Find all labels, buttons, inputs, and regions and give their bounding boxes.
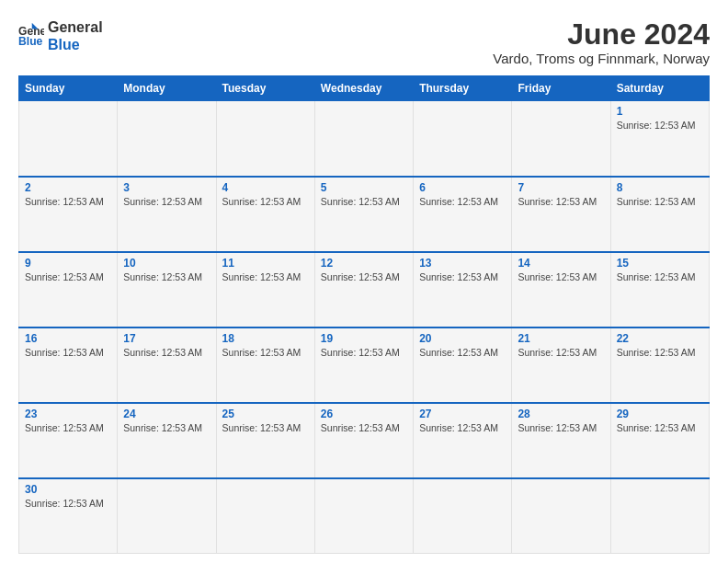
sunrise-text: Sunrise: 12:53 AM [321, 196, 400, 207]
day-number: 29 [617, 408, 703, 420]
day-number: 14 [518, 257, 604, 270]
calendar-cell [216, 478, 314, 554]
calendar-cell: 9Sunrise: 12:53 AM [19, 252, 118, 327]
calendar-cell [19, 101, 118, 177]
sunrise-text: Sunrise: 12:53 AM [321, 422, 400, 433]
calendar-cell [118, 101, 216, 177]
sunrise-text: Sunrise: 12:53 AM [617, 120, 696, 131]
calendar-cell: 13Sunrise: 12:53 AM [414, 252, 512, 327]
sunrise-text: Sunrise: 12:53 AM [123, 196, 202, 207]
calendar-cell [118, 478, 216, 554]
calendar-cell [512, 101, 610, 177]
day-number: 21 [518, 332, 604, 345]
calendar-cell: 24Sunrise: 12:53 AM [118, 403, 216, 478]
calendar-page: General Blue General Blue June 2024 Vard… [0, 0, 728, 563]
calendar-cell: 17Sunrise: 12:53 AM [118, 327, 216, 403]
day-number: 10 [123, 257, 210, 270]
calendar-cell: 1Sunrise: 12:53 AM [610, 101, 709, 177]
day-number: 23 [25, 408, 111, 420]
day-number: 26 [321, 408, 407, 420]
calendar-cell: 29Sunrise: 12:53 AM [610, 403, 709, 478]
calendar-cell: 25Sunrise: 12:53 AM [216, 403, 314, 478]
sunrise-text: Sunrise: 12:53 AM [518, 347, 597, 358]
calendar-cell: 26Sunrise: 12:53 AM [314, 403, 413, 478]
sunrise-text: Sunrise: 12:53 AM [518, 271, 597, 282]
day-number: 28 [518, 408, 604, 420]
calendar-cell: 10Sunrise: 12:53 AM [118, 252, 216, 327]
sunrise-text: Sunrise: 12:53 AM [25, 347, 104, 358]
day-number: 12 [321, 257, 407, 270]
calendar-week-row: 16Sunrise: 12:53 AM17Sunrise: 12:53 AM18… [19, 327, 710, 403]
sunrise-text: Sunrise: 12:53 AM [123, 347, 202, 358]
sunrise-text: Sunrise: 12:53 AM [419, 196, 498, 207]
day-number: 18 [222, 332, 309, 345]
header-tuesday: Tuesday [216, 76, 314, 101]
calendar-cell: 20Sunrise: 12:53 AM [414, 327, 512, 403]
calendar-cell: 28Sunrise: 12:53 AM [512, 403, 610, 478]
header-thursday: Thursday [414, 76, 512, 101]
calendar-cell: 16Sunrise: 12:53 AM [19, 327, 118, 403]
calendar-cell: 5Sunrise: 12:53 AM [314, 177, 413, 252]
title-block: June 2024 Vardo, Troms og Finnmark, Norw… [493, 18, 710, 66]
calendar-cell: 11Sunrise: 12:53 AM [216, 252, 314, 327]
logo-general: General [48, 18, 103, 36]
calendar-cell [414, 101, 512, 177]
day-number: 24 [123, 408, 210, 420]
sunrise-text: Sunrise: 12:53 AM [419, 422, 498, 433]
sunrise-text: Sunrise: 12:53 AM [222, 196, 301, 207]
calendar-cell: 14Sunrise: 12:53 AM [512, 252, 610, 327]
sunrise-text: Sunrise: 12:53 AM [123, 422, 202, 433]
calendar-cell [512, 478, 610, 554]
calendar-week-row: 23Sunrise: 12:53 AM24Sunrise: 12:53 AM25… [19, 403, 710, 478]
header-friday: Friday [512, 76, 610, 101]
day-number: 25 [222, 408, 309, 420]
day-number: 22 [617, 332, 703, 345]
calendar-cell: 7Sunrise: 12:53 AM [512, 177, 610, 252]
sunrise-text: Sunrise: 12:53 AM [518, 422, 597, 433]
calendar-cell [414, 478, 512, 554]
header-wednesday: Wednesday [314, 76, 413, 101]
calendar-cell: 23Sunrise: 12:53 AM [19, 403, 118, 478]
sunrise-text: Sunrise: 12:53 AM [419, 347, 498, 358]
calendar-week-row: 30Sunrise: 12:53 AM [19, 478, 710, 554]
sunrise-text: Sunrise: 12:53 AM [321, 271, 400, 282]
calendar-cell: 30Sunrise: 12:53 AM [19, 478, 118, 554]
sunrise-text: Sunrise: 12:53 AM [222, 347, 301, 358]
sunrise-text: Sunrise: 12:53 AM [321, 347, 400, 358]
day-number: 7 [518, 181, 604, 194]
header-sunday: Sunday [19, 76, 118, 101]
day-number: 19 [321, 332, 407, 345]
day-number: 27 [419, 408, 506, 420]
day-number: 30 [25, 483, 111, 496]
calendar-table: Sunday Monday Tuesday Wednesday Thursday… [18, 75, 710, 554]
day-number: 8 [617, 181, 703, 194]
day-number: 6 [419, 181, 506, 194]
calendar-subtitle: Vardo, Troms og Finnmark, Norway [493, 51, 710, 66]
day-number: 2 [25, 181, 111, 194]
calendar-cell: 3Sunrise: 12:53 AM [118, 177, 216, 252]
header: General Blue General Blue June 2024 Vard… [18, 18, 710, 66]
day-number: 1 [617, 105, 703, 118]
calendar-cell: 12Sunrise: 12:53 AM [314, 252, 413, 327]
day-number: 17 [123, 332, 210, 345]
calendar-cell: 21Sunrise: 12:53 AM [512, 327, 610, 403]
logo: General Blue General Blue [18, 18, 103, 53]
calendar-cell [314, 101, 413, 177]
calendar-cell: 18Sunrise: 12:53 AM [216, 327, 314, 403]
sunrise-text: Sunrise: 12:53 AM [617, 196, 696, 207]
sunrise-text: Sunrise: 12:53 AM [617, 422, 696, 433]
day-number: 15 [617, 257, 703, 270]
calendar-header-row: Sunday Monday Tuesday Wednesday Thursday… [19, 76, 710, 101]
day-number: 5 [321, 181, 407, 194]
calendar-cell: 22Sunrise: 12:53 AM [610, 327, 709, 403]
calendar-cell: 2Sunrise: 12:53 AM [19, 177, 118, 252]
day-number: 4 [222, 181, 309, 194]
day-number: 11 [222, 257, 309, 270]
calendar-week-row: 2Sunrise: 12:53 AM3Sunrise: 12:53 AM4Sun… [19, 177, 710, 252]
calendar-cell: 15Sunrise: 12:53 AM [610, 252, 709, 327]
calendar-cell [216, 101, 314, 177]
calendar-cell: 6Sunrise: 12:53 AM [414, 177, 512, 252]
day-number: 3 [123, 181, 210, 194]
day-number: 9 [25, 257, 111, 270]
calendar-cell: 27Sunrise: 12:53 AM [414, 403, 512, 478]
